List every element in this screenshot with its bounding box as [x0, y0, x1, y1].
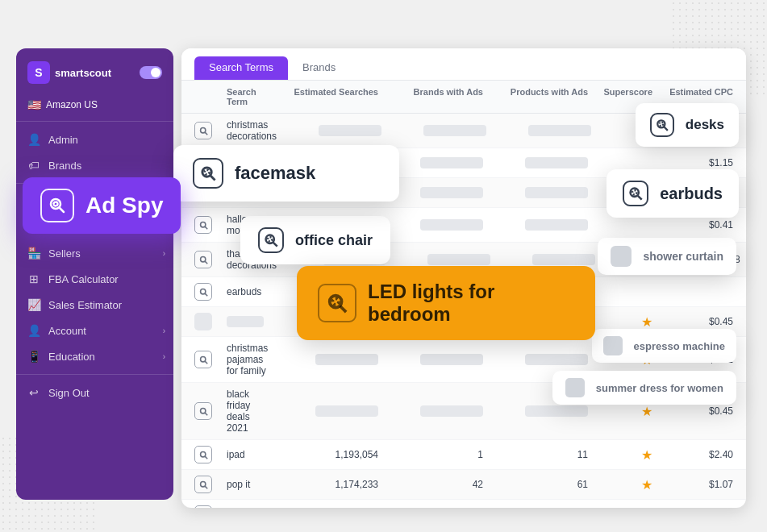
region-selector[interactable]: 🇺🇸 Amazon US: [16, 94, 173, 116]
sidebar-item-admin[interactable]: 👤 Admin: [16, 127, 173, 152]
star-cell: ★: [588, 447, 652, 463]
education-icon: 📱: [27, 350, 40, 363]
brands-cell: [427, 254, 490, 265]
products-cell: [532, 254, 595, 265]
cpc-cell: $1.07: [652, 479, 733, 490]
cpc-cell: $0.45: [652, 316, 733, 327]
ad-spy-badge[interactable]: Ad Spy: [23, 177, 181, 234]
svg-point-3: [200, 127, 205, 132]
term-cell: earbuds: [227, 286, 273, 297]
office-chair-label: office chair: [295, 232, 373, 249]
chevron-right-icon: ›: [163, 249, 165, 258]
admin-icon: 👤: [27, 133, 40, 146]
term-cell: ipad: [227, 449, 273, 460]
svg-point-21: [200, 481, 205, 486]
sellers-icon: 🏪: [27, 247, 40, 260]
svg-line-12: [205, 261, 207, 264]
row-search-icon: [194, 351, 212, 368]
products-cell: 11: [483, 449, 588, 460]
svg-point-42: [268, 237, 272, 241]
svg-point-39: [632, 190, 636, 194]
term-cell: black friday deals 2021: [227, 389, 273, 434]
sidebar-item-label: Education: [48, 351, 95, 363]
svg-point-17: [200, 408, 205, 413]
row-search-icon: [194, 122, 212, 139]
sidebar-item-label: Sales Estimator: [48, 299, 122, 311]
svg-line-20: [205, 456, 207, 459]
sidebar-item-label: FBA Calculator: [48, 273, 119, 285]
star-cell: ★: [588, 314, 652, 330]
sidebar-item-sellers[interactable]: 🏪 Sellers ›: [16, 240, 173, 266]
sign-out-icon: ↩: [27, 386, 40, 399]
svg-line-18: [205, 413, 207, 415]
summer-dress-icon-blurred: [565, 378, 585, 397]
row-search-icon: [194, 216, 212, 234]
searches-cell: [315, 405, 378, 417]
tabs-bar: Search Terms Brands: [181, 48, 746, 81]
logo-area: S smartscout: [27, 61, 111, 84]
sidebar-item-label: Brands: [48, 160, 81, 172]
term-cell: christmas decorations: [227, 119, 277, 142]
svg-line-44: [340, 306, 346, 312]
row-search-icon: [194, 402, 212, 420]
brands-cell: [420, 354, 483, 365]
svg-line-38: [638, 196, 642, 200]
ad-spy-label: Ad Spy: [85, 193, 163, 218]
shower-curtain-icon-blurred: [611, 246, 632, 267]
svg-point-19: [200, 451, 205, 456]
tab-brands[interactable]: Brands: [288, 56, 350, 80]
svg-line-35: [211, 176, 215, 181]
desks-label: desks: [686, 117, 724, 133]
theme-toggle[interactable]: [140, 66, 162, 79]
sidebar-item-sign-out[interactable]: ↩ Sign Out: [16, 380, 173, 405]
sidebar-item-fba-calculator[interactable]: ⊞ FBA Calculator: [16, 266, 173, 292]
searches-cell: 1,193,054: [273, 449, 378, 460]
shower-curtain-label: shower curtain: [643, 250, 723, 263]
table-row: apple 1,154,812 1 10 ★ $2.64: [181, 500, 746, 508]
sidebar-item-label: Account: [48, 325, 86, 337]
float-card-facemask: facemask: [173, 145, 399, 202]
searches-cell: [319, 125, 381, 136]
float-card-desks: desks: [636, 103, 739, 147]
logo-text: smartscout: [55, 67, 111, 79]
products-cell: [525, 157, 588, 168]
chevron-right-icon: ›: [163, 326, 165, 335]
row-search-icon: [194, 313, 212, 330]
chevron-right-icon: ›: [163, 352, 165, 361]
brands-cell: [420, 219, 483, 231]
espresso-label: espresso machine: [634, 340, 725, 352]
sidebar-item-label: Sellers: [48, 247, 81, 260]
float-card-led-lights: LED lights for bedroom: [297, 266, 595, 340]
svg-point-2: [54, 202, 58, 206]
led-lights-search-icon: [318, 284, 356, 322]
products-cell: [525, 405, 588, 417]
th-icon: [194, 87, 227, 106]
sidebar-item-education[interactable]: 📱 Education ›: [16, 343, 173, 369]
th-search-term: Search Term: [227, 87, 273, 106]
svg-line-10: [205, 227, 207, 229]
sidebar-item-brands[interactable]: 🏷 Brands: [16, 152, 173, 178]
facemask-label: facemask: [235, 163, 315, 184]
desks-search-icon: [650, 113, 674, 137]
row-search-icon: [194, 505, 212, 508]
brands-icon: 🏷: [27, 159, 40, 172]
svg-line-1: [60, 208, 65, 213]
svg-line-4: [205, 132, 207, 135]
float-card-shower-curtain: shower curtain: [598, 238, 736, 275]
searches-cell: [315, 354, 378, 365]
sidebar-item-sales-estimator[interactable]: 📈 Sales Estimator: [16, 292, 173, 318]
office-chair-search-icon: [258, 227, 284, 253]
cpc-cell: $0.41: [652, 219, 733, 231]
tab-search-terms[interactable]: Search Terms: [194, 56, 288, 80]
earbuds-search-icon: [623, 181, 648, 206]
row-search-icon: [194, 446, 212, 463]
searches-cell: 1,174,233: [273, 479, 378, 490]
row-search-icon: [194, 476, 212, 493]
divider: [16, 374, 173, 375]
sidebar-item-label: Admin: [48, 134, 78, 146]
sidebar-item-account[interactable]: 👤 Account ›: [16, 318, 173, 343]
svg-line-22: [205, 486, 207, 488]
account-icon: 👤: [27, 324, 40, 337]
svg-point-45: [332, 298, 338, 304]
th-brands-with-ads: Brands with Ads: [378, 87, 483, 106]
